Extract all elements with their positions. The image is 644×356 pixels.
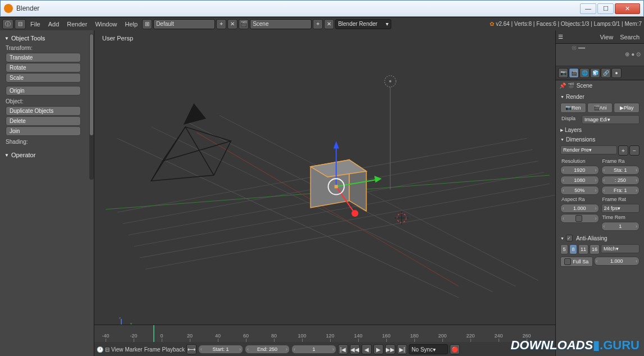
- menu-window[interactable]: Window: [92, 20, 120, 29]
- scene-browse-icon[interactable]: 🎬: [239, 19, 249, 29]
- minimize-button[interactable]: —: [580, 3, 596, 14]
- res-y-field[interactable]: 1080: [560, 176, 599, 185]
- scale-button[interactable]: Scale: [6, 73, 81, 83]
- tool-shelf: Object Tools Transform: Translate Rotate…: [0, 30, 94, 356]
- properties-context-tabs: 📷 🎬 🌐 🧊 🔗 ●: [556, 66, 644, 80]
- timeline-tick: 80: [271, 333, 277, 339]
- frame-end-field[interactable]: : 250: [601, 176, 640, 185]
- ctx-world-tab[interactable]: 🌐: [579, 68, 590, 78]
- 3d-viewport[interactable]: User Persp: [94, 30, 555, 356]
- layers-panel-header[interactable]: Layers: [558, 125, 642, 135]
- svg-marker-17: [184, 104, 205, 124]
- render-panel-header[interactable]: Render: [558, 92, 642, 102]
- frame-start-field[interactable]: Sta: 1: [601, 166, 640, 175]
- tl-range-icon[interactable]: ⟷: [186, 344, 197, 354]
- outliner-search[interactable]: Search: [618, 33, 642, 42]
- delete-button[interactable]: Delete: [6, 116, 81, 126]
- dimensions-panel-header[interactable]: Dimensions: [558, 135, 642, 144]
- timeline-ruler[interactable]: -40-200204060801001201401601802002202402…: [94, 325, 555, 342]
- scene-delete-button[interactable]: ✕: [324, 19, 334, 29]
- time-remap-field[interactable]: 1: [601, 222, 640, 231]
- render-preset-selector[interactable]: Render Pre ▾: [560, 145, 617, 154]
- res-x-field[interactable]: 1920: [560, 166, 599, 175]
- tl-play-icon[interactable]: ▶: [373, 344, 383, 354]
- aa-panel-header[interactable]: ✓Anti-Aliasing: [558, 233, 642, 243]
- aa-8-button[interactable]: 8: [569, 244, 577, 254]
- svg-point-19: [389, 80, 391, 83]
- tl-menu-view[interactable]: View: [111, 346, 124, 353]
- aspect-x-field[interactable]: 1.000: [560, 204, 599, 213]
- tl-next-key-icon[interactable]: ▶▶: [385, 344, 395, 354]
- menu-render[interactable]: Render: [63, 20, 90, 29]
- translate-button[interactable]: Translate: [6, 53, 81, 62]
- ctx-render-tab[interactable]: 📷: [558, 68, 568, 78]
- border-checkbox[interactable]: [560, 214, 599, 223]
- display-selector[interactable]: Image Edi ▾: [582, 115, 640, 124]
- render-engine-selector[interactable]: Blender Render▾: [335, 19, 391, 29]
- aa-size-field[interactable]: 1.000: [594, 257, 640, 266]
- aa-16-button[interactable]: 16: [590, 244, 600, 254]
- close-button[interactable]: ✕: [615, 3, 640, 14]
- res-pct-field[interactable]: 50%: [560, 186, 599, 195]
- layout-add-button[interactable]: +: [216, 19, 226, 29]
- aa-11-button[interactable]: 11: [578, 244, 588, 254]
- object-tools-header[interactable]: Object Tools: [2, 34, 92, 43]
- menu-add[interactable]: Add: [45, 20, 63, 29]
- layout-delete-button[interactable]: ✕: [227, 19, 237, 29]
- aa-filter-selector[interactable]: Mitch ▾: [601, 244, 640, 253]
- object-section-label: Object:: [2, 96, 92, 106]
- preset-remove-button[interactable]: −: [629, 145, 640, 156]
- frame-rate-label: Frame Rat: [601, 196, 640, 203]
- tl-play-reverse-icon[interactable]: ◀: [362, 344, 372, 354]
- join-button[interactable]: Join: [6, 126, 81, 136]
- timeline-cursor[interactable]: [153, 325, 154, 342]
- ctx-object-tab[interactable]: 🧊: [590, 68, 600, 78]
- operator-panel-header[interactable]: Operator: [2, 150, 92, 159]
- ctx-material-tab[interactable]: ●: [611, 68, 622, 78]
- outliner-header: ☰ View Search: [556, 30, 644, 44]
- display-label: Displa: [560, 115, 581, 124]
- aa-5-button[interactable]: 5: [560, 244, 568, 254]
- menu-help[interactable]: Help: [122, 20, 141, 29]
- render-anim-button[interactable]: 🎬Ani: [587, 103, 613, 113]
- outliner-tree[interactable]: ☉ ━━ ⊕ ● ⊙: [556, 44, 644, 66]
- layout-browse-icon[interactable]: ⊞: [142, 19, 152, 29]
- tl-prev-key-icon[interactable]: ◀◀: [350, 344, 360, 354]
- scene-selector[interactable]: Scene: [250, 19, 312, 29]
- autokey-icon[interactable]: 🔴: [450, 344, 460, 354]
- ctx-constraints-tab[interactable]: 🔗: [601, 68, 611, 78]
- tl-sync-selector[interactable]: No Sync ▾: [409, 344, 448, 354]
- outliner-editor-icon[interactable]: ☰: [558, 34, 563, 40]
- tl-jump-end-icon[interactable]: ▶|: [397, 344, 407, 354]
- duplicate-button[interactable]: Duplicate Objects: [6, 106, 81, 116]
- tl-end-field[interactable]: End: 250: [245, 345, 290, 354]
- svg-rect-31: [335, 185, 338, 188]
- scene-add-button[interactable]: +: [313, 19, 323, 29]
- editor-type-icon[interactable]: ⓘ: [2, 19, 13, 29]
- render-play-button[interactable]: ▶Play: [614, 103, 640, 113]
- menu-file[interactable]: File: [27, 20, 44, 29]
- frame-step-field[interactable]: Fra: 1: [601, 186, 640, 195]
- tl-jump-start-icon[interactable]: |◀: [338, 344, 348, 354]
- collapse-menus-icon[interactable]: ⊟: [15, 19, 26, 29]
- info-header: ⓘ ⊟ File Add Render Window Help ⊞ Defaul…: [0, 17, 644, 30]
- tool-scrollbar[interactable]: [89, 34, 94, 180]
- timeline-collapse-icon[interactable]: ⊟: [105, 346, 109, 353]
- full-sample-checkbox[interactable]: Full Sa: [560, 257, 593, 267]
- rotate-button[interactable]: Rotate: [6, 63, 81, 72]
- origin-button[interactable]: Origin: [6, 86, 81, 95]
- fps-selector[interactable]: 24 fps ▾: [601, 204, 640, 213]
- outliner-view[interactable]: View: [597, 33, 615, 42]
- ctx-scene-tab[interactable]: 🎬: [569, 68, 579, 78]
- maximize-button[interactable]: ☐: [597, 3, 614, 14]
- tl-current-field[interactable]: 1: [291, 345, 336, 354]
- preset-add-button[interactable]: +: [618, 145, 628, 156]
- properties-panel: ☰ View Search ☉ ━━ ⊕ ● ⊙ 📷 🎬 🌐 🧊 🔗 ● 📌 🎬…: [555, 30, 644, 356]
- layout-selector[interactable]: Default: [153, 19, 215, 29]
- tl-start-field[interactable]: Start: 1: [198, 345, 243, 354]
- tl-menu-playback[interactable]: Playback: [162, 346, 185, 353]
- timeline-editor-icon[interactable]: 🕐: [97, 346, 103, 353]
- tl-menu-marker[interactable]: Marker: [125, 346, 143, 353]
- render-image-button[interactable]: 📷Ren: [560, 103, 586, 113]
- tl-menu-frame[interactable]: Frame: [144, 346, 161, 353]
